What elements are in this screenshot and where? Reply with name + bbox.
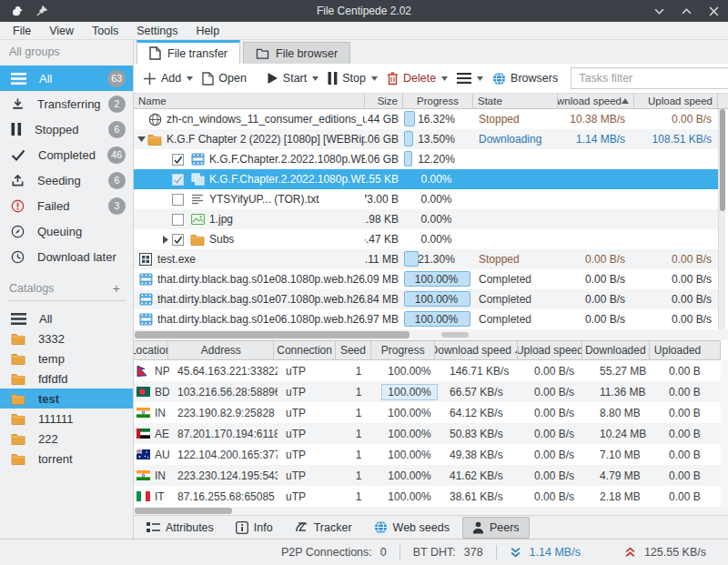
detail-tab-web-seeds[interactable]: Web seeds — [365, 517, 459, 538]
peer-column-header-address[interactable]: Address — [168, 341, 274, 359]
expand-arrow-icon[interactable] — [135, 136, 147, 142]
menu-item-settings[interactable]: Settings — [127, 23, 187, 39]
catalog-item-test[interactable]: test — [0, 388, 133, 409]
minimize-button[interactable] — [652, 4, 666, 18]
checkbox-unchecked[interactable] — [172, 194, 184, 206]
sidebar-item-completed[interactable]: Completed46 — [0, 142, 133, 167]
detail-tab-peers[interactable]: Peers — [462, 517, 530, 539]
checkbox-checked[interactable] — [172, 234, 184, 246]
transfer-vertical-scrollbar[interactable] — [718, 109, 725, 329]
cell-size: 255.47 KB — [365, 229, 403, 249]
transfer-row[interactable]: K.G.F.Chapter.2.2022.1080p.WEBRip.x⋯122.… — [134, 169, 718, 189]
start-button[interactable]: Start — [262, 68, 323, 88]
peer-column-header-connection[interactable]: Connection — [274, 341, 335, 359]
detail-tab-attributes[interactable]: Attributes — [137, 518, 223, 538]
tab-file-transfer[interactable]: File transfer — [136, 40, 240, 64]
column-header-progress[interactable]: Progress — [403, 94, 473, 108]
peers-vertical-scrollbar[interactable] — [721, 360, 728, 507]
stop-button[interactable]: Stop — [323, 68, 382, 88]
sidebar-item-label: All — [39, 72, 107, 86]
peer-column-header-upload-speed[interactable]: Upload speed — [518, 341, 581, 359]
peer-column-header-location[interactable]: Location — [134, 341, 168, 359]
cell-uploaded: 0.00 B — [662, 444, 721, 465]
peers-horizontal-scrollbar[interactable] — [134, 507, 728, 515]
column-header-size[interactable]: Size — [365, 94, 403, 108]
column-header-label: Location — [134, 344, 168, 357]
peer-row[interactable]: IN223.190.82.9:25828uTP1100.00%64.12 KB/… — [134, 402, 721, 423]
peer-row[interactable]: AU122.104.200.165:37738uTP1100.00%49.38 … — [134, 444, 721, 465]
detail-tab-tracker[interactable]: Tracker — [286, 518, 361, 538]
expand-arrow-icon[interactable] — [159, 236, 172, 244]
sidebar-item-stopped[interactable]: Stopped6 — [0, 116, 133, 142]
detail-tab-info[interactable]: Info — [227, 518, 282, 538]
peer-row[interactable]: NP45.64.163.221:33822uTP1100.00%146.71 K… — [134, 360, 721, 381]
splitter-handle[interactable] — [441, 332, 469, 338]
transfer-row[interactable]: that.dirty.black.bag.s01e06.1080p.web.h2… — [134, 309, 718, 329]
sidebar-item-all[interactable]: All63 — [0, 66, 133, 91]
tab-file-browser[interactable]: File browser — [243, 42, 350, 64]
column-header-state[interactable]: State — [473, 94, 558, 108]
cell-address: 45.64.163.221:33822 — [169, 360, 278, 381]
toolbar: AddOpenStartStopDeleteBrowsers — [134, 64, 728, 94]
delete-button[interactable]: Delete — [382, 68, 452, 89]
transfer-row[interactable]: zh-cn_windows_11_consumer_editions_upd⋯5… — [134, 109, 718, 129]
peer-column-header-downloaded[interactable]: Downloaded — [582, 341, 650, 359]
peer-column-header-seed[interactable]: Seed — [336, 341, 371, 359]
transfer-row[interactable]: K.G.F Chapter 2 (2022) [1080p] [WEBRip] … — [134, 129, 718, 149]
browsers-button[interactable]: Browsers — [488, 68, 562, 89]
peer-column-header-progress[interactable]: Progress — [371, 341, 435, 359]
detail-tab-label: Tracker — [314, 521, 352, 534]
maximize-button[interactable] — [679, 4, 693, 18]
menu-item-tools[interactable]: Tools — [83, 23, 127, 39]
sidebar-item-failed[interactable]: Failed3 — [0, 193, 133, 218]
peer-row[interactable]: IN223.230.124.195:54348uTP1100.00%41.62 … — [134, 465, 721, 486]
close-button[interactable] — [706, 4, 721, 18]
transfer-row[interactable]: K.G.F.Chapter.2.2022.1080p.WEBRip.x⋯3.06… — [134, 149, 718, 169]
sidebar-item-seeding[interactable]: Seeding6 — [0, 167, 133, 193]
catalog-item-3332[interactable]: 3332 — [0, 328, 133, 348]
sidebar-item-queuing[interactable]: Queuing — [0, 218, 133, 244]
detail-tab-bar: AttributesInfoTrackerWeb seedsPeers — [134, 515, 728, 539]
country-code: AE — [155, 428, 169, 440]
menu-item-view[interactable]: View — [40, 23, 83, 39]
menu-item-file[interactable]: File — [4, 23, 40, 39]
transfer-row[interactable]: that.dirty.black.bag.s01e08.1080p.web.h2… — [134, 269, 718, 289]
more-menu-button[interactable] — [452, 69, 488, 87]
transfer-row[interactable]: YTSYifyUP... (TOR).txt473.00 B0.00% — [134, 189, 718, 209]
column-header-name[interactable]: Name — [134, 94, 365, 108]
transfer-row[interactable]: 1.jpg51.98 KB0.00% — [134, 209, 718, 229]
add-button[interactable]: Add — [138, 68, 197, 89]
open-button[interactable]: Open — [197, 68, 251, 89]
checkbox-checked[interactable] — [172, 154, 184, 166]
column-header-upload-speed[interactable]: Upload speed — [634, 94, 718, 108]
peer-column-header-download-speed[interactable]: Download speed — [435, 341, 518, 359]
progress-text: 21.30% — [403, 249, 470, 269]
catalog-item-fdfdfd[interactable]: fdfdfd — [0, 368, 133, 388]
catalog-item-temp[interactable]: temp — [0, 348, 133, 368]
peer-row[interactable]: BD103.216.56.28:58896uTP1100.00%66.57 KB… — [134, 381, 721, 402]
cell-progress: 0.00% — [403, 189, 473, 209]
transfer-row[interactable]: that.dirty.black.bag.s01e07.1080p.web.h2… — [134, 289, 718, 309]
catalog-item-111111[interactable]: 111111 — [0, 409, 133, 429]
pin-icon[interactable] — [33, 2, 51, 20]
transfer-horizontal-scrollbar[interactable] — [134, 329, 728, 340]
checkbox-checked[interactable] — [172, 174, 184, 186]
tasks-filter-input[interactable] — [571, 68, 728, 88]
menu-item-help[interactable]: Help — [187, 23, 228, 39]
sidebar-item-download-later[interactable]: Download later — [0, 244, 133, 269]
add-catalog-button[interactable]: + — [113, 284, 120, 293]
catalog-item-222[interactable]: 222 — [0, 429, 133, 449]
catalog-item-torrent[interactable]: torrent — [0, 449, 133, 469]
peer-row[interactable]: IT87.16.255.68:65085uTP1100.00%38.61 KB/… — [134, 486, 721, 507]
cell-size: 844.09 MB — [365, 269, 403, 289]
cell-download-speed: 1.14 MB/s — [558, 129, 634, 149]
peer-column-header-uploaded[interactable]: Uploaded — [650, 341, 721, 359]
catalog-item-all[interactable]: All — [0, 308, 133, 328]
transfer-row[interactable]: Subs255.47 KB0.00% — [134, 229, 718, 249]
transfer-row[interactable]: test.exe85.11 MB21.30%Stopped0.00 B/s0.0… — [134, 249, 718, 269]
column-header-download-speed[interactable]: Download speed — [558, 94, 634, 108]
checkbox-unchecked[interactable] — [172, 214, 184, 226]
peer-row[interactable]: AE87.201.170.194:61186uTP1100.00%50.83 K… — [134, 423, 721, 444]
cell-upload-speed: 108.51 KB/s — [634, 129, 718, 149]
sidebar-item-transferring[interactable]: Transferring2 — [0, 91, 133, 116]
